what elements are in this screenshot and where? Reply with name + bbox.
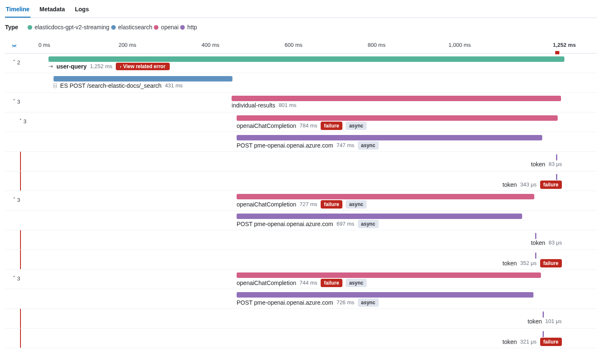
legend-label: elasticdocs-gpt-v2-streaming	[35, 24, 110, 31]
tab-timeline[interactable]: Timeline	[5, 3, 31, 18]
span-label-line: openaiChatCompletion727 msfailureasync	[237, 200, 367, 209]
track-row[interactable]: POST pme-openai.openai.azure.com726 msas…	[5, 289, 597, 309]
span-duration: 352 μs	[520, 260, 536, 266]
span-label-line: token343 μsfailure	[503, 181, 562, 189]
tab-metadata[interactable]: Metadata	[39, 3, 66, 18]
tab-logs[interactable]: Logs	[74, 3, 89, 18]
error-marker	[20, 328, 21, 348]
span-name: token	[503, 339, 517, 345]
track-row[interactable]: ⇥user-query1,252 ms›View related error˅2	[5, 53, 597, 73]
span-duration: 343 μs	[520, 181, 536, 188]
axis-tick: 400 ms	[202, 42, 219, 48]
legend-swatch	[154, 25, 158, 30]
legend-swatch	[180, 25, 185, 30]
span-name: token	[531, 239, 545, 246]
child-count: 3	[17, 275, 20, 282]
legend-item[interactable]: openai	[154, 24, 179, 31]
track-row[interactable]: token352 μsfailure	[5, 250, 597, 270]
track-row[interactable]: individual-results801 ms˅3	[5, 93, 597, 112]
expand-toggle[interactable]: ˅3	[13, 99, 20, 105]
span-tick[interactable]	[543, 311, 544, 318]
span-duration: 744 ms	[299, 280, 317, 286]
span-label-line: token101 μs	[528, 318, 562, 325]
failure-badge: failure	[540, 259, 562, 267]
span-duration: 321 μs	[520, 339, 536, 345]
span-tick[interactable]	[535, 233, 536, 239]
expand-toggle[interactable]: ˅3	[13, 197, 20, 203]
child-count: 3	[17, 99, 20, 105]
span-bar[interactable]	[232, 96, 561, 101]
span-tick[interactable]	[535, 252, 536, 259]
failure-badge: failure	[321, 279, 342, 287]
track-row[interactable]: token343 μsfailure	[5, 171, 597, 191]
chevron-down-icon: ˅	[13, 99, 15, 104]
track-row[interactable]: token83 μs	[5, 152, 597, 171]
legend-item[interactable]: http	[180, 24, 197, 31]
track-row[interactable]: openaiChatCompletion727 msfailureasync˅3	[5, 191, 597, 211]
span-label-line: individual-results801 ms	[232, 102, 296, 109]
error-marker	[20, 250, 21, 269]
error-marker	[20, 309, 21, 328]
span-bar[interactable]	[48, 56, 564, 62]
span-name: POST pme-openai.openai.azure.com	[237, 142, 333, 149]
axis-tick: 1,000 ms	[449, 42, 471, 48]
span-label-line: ⇥user-query1,252 ms›View related error	[48, 63, 170, 70]
track-row[interactable]: openaiChatCompletion744 msfailureasync˅3	[5, 270, 597, 289]
error-marker	[20, 171, 21, 191]
legend-item[interactable]: elasticdocs-gpt-v2-streaming	[28, 24, 110, 31]
view-related-error-button[interactable]: ›View related error	[116, 63, 170, 70]
span-label-line: POST pme-openai.openai.azure.com747 msas…	[237, 141, 379, 150]
span-label-line: token83 μs	[531, 161, 562, 168]
chevron-right-icon: ›	[120, 64, 122, 69]
span-bar[interactable]	[237, 115, 558, 121]
span-bar[interactable]	[237, 194, 534, 199]
span-name: token	[503, 181, 517, 188]
failure-badge: failure	[321, 122, 342, 130]
span-bar[interactable]	[237, 292, 533, 298]
span-name: POST pme-openai.openai.azure.com	[237, 221, 333, 227]
track-row[interactable]: token83 μs	[5, 230, 597, 250]
track-row[interactable]: POST pme-openai.openai.azure.com697 msas…	[5, 211, 597, 230]
span-label-line: POST pme-openai.openai.azure.com726 msas…	[237, 298, 379, 307]
child-count: 3	[17, 197, 20, 203]
span-name: openaiChatCompletion	[237, 280, 296, 286]
expand-toggle[interactable]: ˅2	[13, 59, 20, 66]
track-row[interactable]: token101 μs	[5, 309, 597, 328]
span-label-line: token83 μs	[531, 239, 562, 246]
async-badge: async	[346, 279, 367, 287]
span-bar[interactable]	[237, 135, 542, 140]
span-name: POST pme-openai.openai.azure.com	[237, 299, 333, 306]
failure-badge: failure	[321, 200, 342, 209]
legend-item[interactable]: elasticsearch	[111, 24, 153, 31]
legend-label: openai	[161, 24, 179, 31]
span-name: openaiChatCompletion	[237, 122, 296, 129]
span-bar[interactable]	[237, 214, 522, 219]
expand-toggle[interactable]: ˅3	[13, 275, 20, 282]
span-duration: 747 ms	[337, 142, 355, 148]
track-row[interactable]: token321 μsfailure	[5, 328, 597, 348]
track-row[interactable]: ⌸ES POST /search-elastic-docs/_search431…	[5, 73, 597, 93]
span-label-line: ⌸ES POST /search-elastic-docs/_search431…	[54, 82, 183, 89]
expand-toggle[interactable]: ˅3	[19, 118, 26, 125]
span-type-icon: ⌸	[54, 82, 57, 89]
span-label-line: token321 μsfailure	[503, 338, 562, 346]
span-duration: 727 ms	[299, 201, 317, 207]
track-row[interactable]: POST pme-openai.openai.azure.com747 msas…	[5, 132, 597, 152]
span-tick[interactable]	[543, 331, 544, 337]
span-bar[interactable]	[54, 76, 232, 81]
axis-tick: 0 ms	[38, 42, 50, 48]
span-duration: 431 ms	[165, 82, 183, 89]
timeline-tracks: ⇥user-query1,252 ms›View related error˅2…	[5, 53, 597, 348]
legend: Type elasticdocs-gpt-v2-streaming elasti…	[5, 18, 597, 35]
time-axis: 0 ms200 ms400 ms600 ms800 ms1,000 ms1,25…	[5, 41, 597, 53]
collapse-all-icon[interactable]	[11, 43, 18, 51]
span-name: token	[503, 260, 517, 267]
span-tick[interactable]	[556, 174, 557, 180]
span-bar[interactable]	[237, 272, 541, 278]
failure-badge: failure	[540, 181, 562, 189]
track-row[interactable]: openaiChatCompletion784 msfailureasync˅3	[5, 112, 597, 132]
span-tick[interactable]	[556, 154, 557, 160]
span-duration: 726 ms	[337, 299, 355, 305]
span-name: token	[528, 318, 542, 325]
child-count: 2	[17, 59, 20, 66]
